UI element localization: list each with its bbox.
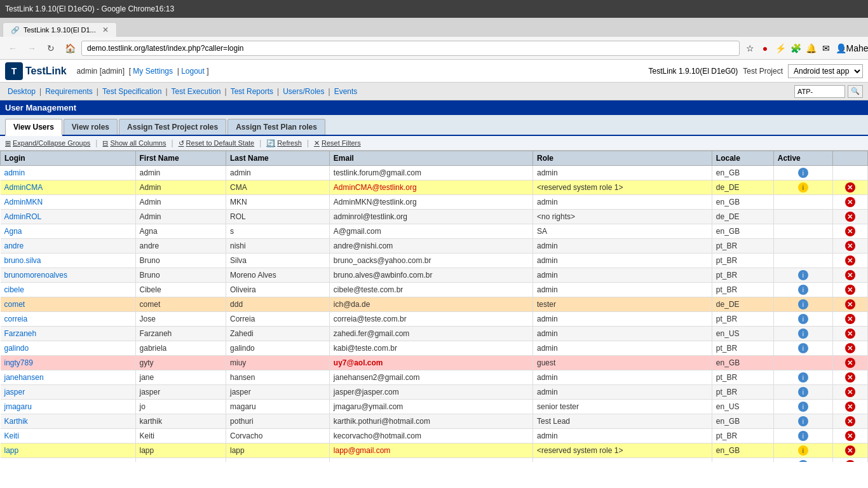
login-link[interactable]: jasper [4, 388, 25, 396]
login-link[interactable]: ingty789 [4, 358, 33, 367]
login-link[interactable]: bruno.silva [4, 256, 41, 265]
active-icon[interactable]: i [798, 387, 808, 397]
delete-icon[interactable]: ✕ [845, 431, 855, 441]
url-bar[interactable] [81, 41, 740, 56]
login-link[interactable]: AdminMKN [4, 198, 43, 207]
delete-icon[interactable]: ✕ [845, 314, 855, 324]
reset-filters-btn[interactable]: ✕ Reset Filters [314, 139, 361, 147]
delete-icon[interactable]: ✕ [845, 241, 855, 251]
cell-first-name: jane [135, 370, 226, 385]
nav-search-input[interactable] [794, 85, 845, 98]
login-link[interactable]: AdminROL [4, 212, 42, 221]
login-link[interactable]: cibele [4, 285, 24, 294]
active-icon[interactable]: i [798, 299, 808, 309]
login-link[interactable]: andre [4, 241, 24, 250]
extension-icon1[interactable]: ● [759, 42, 771, 55]
reset-default-btn[interactable]: ↺ Reset to Default State [179, 139, 255, 147]
login-link[interactable]: galindo [4, 344, 29, 353]
browser-nav-bar: ← → ↻ 🏠 ☆ ● ⚡ 🧩 🔔 ✉ ⚙ 👤 Mahesh [0, 37, 868, 60]
col-login: Login [1, 151, 136, 166]
delete-icon[interactable]: ✕ [845, 197, 855, 207]
email-link[interactable]: lapp@gmail.com [334, 446, 391, 455]
expand-collapse-btn[interactable]: ⊞ Expand/Collapse Groups [5, 139, 90, 147]
reload-button[interactable]: ↻ [43, 41, 58, 56]
delete-icon[interactable]: ✕ [845, 387, 855, 397]
login-link[interactable]: Liji [4, 461, 14, 462]
show-columns-btn[interactable]: ⊟ Show all Columns [102, 139, 166, 147]
nav-test-specification[interactable]: Test Specification [100, 87, 164, 96]
delete-icon[interactable]: ✕ [845, 212, 855, 222]
nav-requirements[interactable]: Requirements [43, 87, 95, 96]
back-button[interactable]: ← [5, 41, 20, 56]
nav-test-execution[interactable]: Test Execution [169, 87, 224, 96]
tab-view-users[interactable]: View Users [5, 119, 62, 136]
logout-link[interactable]: Logout [181, 67, 205, 76]
login-link[interactable]: AdminCMA [4, 183, 43, 192]
active-icon[interactable]: i [798, 329, 808, 339]
delete-icon[interactable]: ✕ [845, 270, 855, 280]
login-link[interactable]: brunomorenoalves [4, 271, 67, 280]
nav-sep6: | [329, 87, 330, 96]
forward-button[interactable]: → [24, 41, 39, 56]
login-link[interactable]: admin [4, 168, 25, 177]
home-button[interactable]: 🏠 [62, 41, 78, 56]
active-icon[interactable]: i [798, 285, 808, 295]
active-icon[interactable]: i [798, 314, 808, 324]
active-icon[interactable]: i [798, 402, 808, 412]
cell-active [773, 210, 832, 224]
active-icon[interactable]: i [798, 372, 808, 383]
delete-icon[interactable]: ✕ [845, 358, 855, 368]
delete-icon[interactable]: ✕ [845, 226, 855, 236]
delete-icon[interactable]: ✕ [845, 182, 855, 193]
active-icon[interactable]: i [798, 431, 808, 441]
email-icon[interactable]: ✉ [820, 42, 832, 55]
active-icon[interactable]: i [798, 270, 808, 280]
login-link[interactable]: Karthik [4, 417, 28, 426]
tab-view-roles[interactable]: View roles [64, 119, 118, 135]
delete-icon[interactable]: ✕ [845, 255, 855, 266]
email-link[interactable]: AdminCMA@testlink.org [334, 183, 417, 192]
nav-events[interactable]: Events [332, 87, 360, 96]
cell-role: guest [533, 356, 712, 370]
cell-first-name: Admin [135, 180, 226, 195]
login-link[interactable]: comet [4, 300, 25, 309]
tab-assign-project-roles[interactable]: Assign Test Project roles [119, 119, 226, 135]
login-link[interactable]: Farzaneh [4, 329, 37, 338]
nav-users-roles[interactable]: Users/Roles [280, 87, 327, 96]
delete-icon[interactable]: ✕ [845, 343, 855, 353]
active-icon[interactable]: i [798, 343, 808, 353]
delete-icon[interactable]: ✕ [845, 329, 855, 339]
active-icon[interactable]: i [798, 168, 808, 178]
delete-icon[interactable]: ✕ [845, 299, 855, 309]
extension-icon2[interactable]: ⚡ [774, 42, 787, 55]
active-icon[interactable]: i [798, 416, 808, 426]
nav-desktop[interactable]: Desktop [5, 87, 38, 96]
active-icon[interactable]: i [798, 445, 808, 456]
refresh-btn[interactable]: 🔄 Refresh [266, 139, 302, 147]
login-link[interactable]: lapp [4, 446, 19, 455]
delete-icon[interactable]: ✕ [845, 372, 855, 383]
browser-window-controls: 16:13 [155, 4, 179, 13]
tab-close-btn[interactable]: ✕ [102, 25, 109, 34]
login-link[interactable]: Agna [4, 227, 22, 236]
my-settings-link[interactable]: My Settings [133, 67, 173, 76]
login-link[interactable]: janehansen [4, 373, 44, 382]
login-link[interactable]: jmagaru [4, 402, 32, 411]
extension-icon3[interactable]: 🧩 [789, 42, 802, 55]
notification-icon[interactable]: 🔔 [804, 42, 817, 55]
delete-icon[interactable]: ✕ [845, 445, 855, 456]
project-select[interactable]: Android test app [788, 64, 863, 78]
browser-tab-active[interactable]: 🔗 TestLink 1.9.10(El D1... ✕ [3, 22, 117, 37]
nav-test-reports[interactable]: Test Reports [228, 87, 276, 96]
star-icon[interactable]: ☆ [743, 42, 756, 55]
active-icon[interactable]: i [798, 460, 808, 462]
delete-icon[interactable]: ✕ [845, 416, 855, 426]
delete-icon[interactable]: ✕ [845, 402, 855, 412]
delete-icon[interactable]: ✕ [845, 285, 855, 295]
tab-assign-plan-roles[interactable]: Assign Test Plan roles [227, 119, 325, 135]
active-icon[interactable]: i [798, 182, 808, 193]
delete-icon[interactable]: ✕ [845, 460, 855, 462]
login-link[interactable]: correia [4, 315, 28, 323]
nav-search-button[interactable]: 🔍 [848, 85, 863, 98]
login-link[interactable]: Keiti [4, 431, 19, 440]
